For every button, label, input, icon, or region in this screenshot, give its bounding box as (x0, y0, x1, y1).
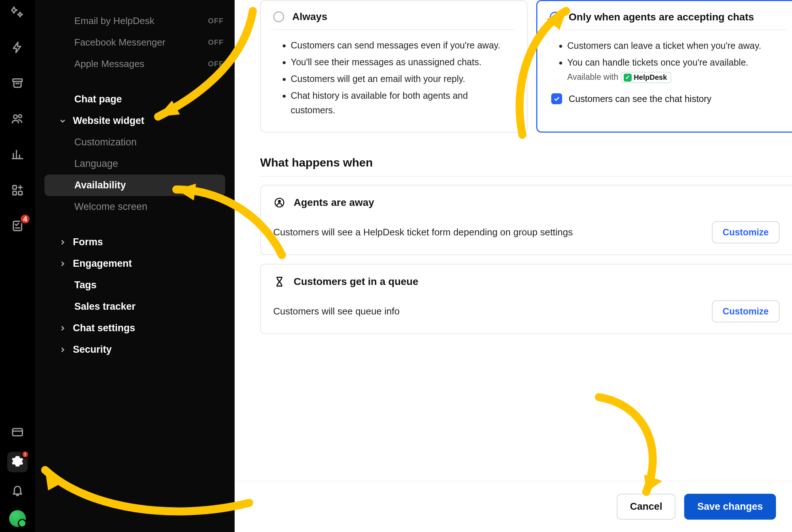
svg-rect-5 (19, 191, 22, 195)
main-content: Always Customers can send messages even … (235, 0, 792, 532)
channel-email-helpdesk[interactable]: Email by HelpDesk OFF (44, 10, 225, 32)
svg-point-9 (278, 200, 281, 203)
customize-button-away[interactable]: Customize (712, 221, 780, 243)
checkbox-checked-icon[interactable] (551, 93, 562, 104)
option-bullets: Customers can send messages even if you'… (273, 30, 514, 117)
radio-only-accepting[interactable] (550, 12, 561, 23)
sidebar-item-sales-tracker[interactable]: Sales tracker (44, 296, 225, 317)
sidebar-item-label: Customization (74, 137, 137, 148)
channel-label: Apple Messages (74, 58, 144, 70)
sidebar-item-availability[interactable]: Availability (44, 175, 225, 196)
scenario-queue: Customers get in a queue Customers will … (260, 264, 792, 334)
sidebar-item-website-widget[interactable]: Website widget (44, 110, 225, 132)
chevron-right-icon (58, 346, 68, 354)
channel-apple-messages[interactable]: Apple Messages OFF (44, 53, 225, 75)
channel-facebook-messenger[interactable]: Facebook Messenger OFF (44, 32, 225, 53)
channel-status: OFF (208, 60, 224, 68)
channel-label: Facebook Messenger (74, 37, 165, 48)
divider (260, 176, 792, 177)
option-card-only-accepting[interactable]: Only when agents are accepting chats Cus… (536, 0, 792, 133)
settings-alert-badge: ! (21, 450, 29, 458)
customize-button-queue[interactable]: Customize (712, 300, 780, 322)
sidebar-item-label: Chat page (74, 94, 122, 105)
bolt-icon (11, 41, 24, 55)
rail-sparkle[interactable] (7, 2, 28, 23)
svg-point-1 (13, 115, 17, 118)
scenario-desc: Customers will see a HelpDesk ticket for… (273, 227, 573, 238)
rail-notifications[interactable] (7, 481, 28, 501)
svg-rect-3 (13, 185, 16, 189)
checklist-badge: 4 (20, 214, 31, 224)
channel-status: OFF (208, 17, 224, 25)
footer-bar: Cancel Save changes (235, 481, 792, 532)
bullet: Customers will get an email with your re… (291, 71, 511, 86)
sidebar-item-label: Forms (73, 236, 103, 248)
channel-status: OFF (208, 38, 224, 47)
agent-away-icon (273, 196, 286, 209)
scenario-title: Agents are away (294, 197, 374, 208)
sidebar-item-label: Tags (74, 279, 97, 291)
scenario-title: Customers get in a queue (294, 276, 418, 287)
rail-settings[interactable]: ! (7, 452, 28, 472)
chat-history-checkbox-row[interactable]: Customers can see the chat history (550, 83, 786, 104)
archive-icon (11, 77, 24, 91)
section-heading: What happens when (260, 156, 792, 169)
rail-apps-add[interactable] (7, 181, 28, 201)
sidebar-item-language[interactable]: Language (44, 153, 225, 175)
option-title: Only when agents are accepting chats (569, 11, 754, 23)
sidebar-item-label: Sales tracker (74, 301, 136, 312)
checkbox-label: Customers can see the chat history (569, 94, 711, 104)
chevron-right-icon (58, 324, 68, 332)
settings-sidebar: Email by HelpDesk OFF Facebook Messenger… (35, 0, 235, 532)
sparkle-icon (11, 5, 24, 19)
rail-people[interactable] (7, 109, 28, 130)
option-bullets: Customers can leave a ticket when you're… (550, 30, 786, 70)
svg-rect-7 (13, 429, 23, 436)
bullet: You'll see their messages as unassigned … (291, 55, 511, 69)
option-title: Always (292, 11, 328, 23)
sidebar-item-customization[interactable]: Customization (44, 132, 225, 153)
sidebar-item-chat-page[interactable]: Chat page (44, 89, 225, 110)
svg-rect-4 (13, 191, 16, 195)
bullet: Customers can send messages even if you'… (291, 38, 511, 52)
scenario-agents-away: Agents are away Customers will see a Hel… (260, 185, 792, 255)
save-changes-button[interactable]: Save changes (684, 494, 776, 520)
card-icon (11, 426, 24, 440)
hourglass-icon (273, 275, 286, 288)
gear-icon (11, 455, 24, 469)
sidebar-item-security[interactable]: Security (44, 339, 225, 360)
sidebar-item-label: Chat settings (73, 322, 135, 334)
sidebar-item-chat-settings[interactable]: Chat settings (44, 317, 225, 339)
svg-point-2 (19, 115, 22, 118)
rail-bolt[interactable] (7, 38, 28, 58)
sidebar-item-label: Security (73, 344, 112, 355)
chevron-right-icon (58, 238, 68, 246)
sidebar-item-label: Welcome screen (74, 201, 148, 212)
sidebar-item-forms[interactable]: Forms (44, 231, 225, 253)
bullet: Customers can leave a ticket when you're… (567, 38, 783, 53)
bell-icon (11, 484, 24, 498)
people-icon (11, 113, 24, 126)
helpdesk-check-icon: ✓ (624, 74, 632, 82)
channel-label: Email by HelpDesk (74, 15, 154, 27)
bullet: You can handle tickets once you're avail… (567, 55, 783, 70)
apps-add-icon (11, 184, 24, 198)
helpdesk-badge[interactable]: ✓ HelpDesk (621, 72, 671, 83)
rail-chart[interactable] (7, 145, 28, 165)
sidebar-item-tags[interactable]: Tags (44, 274, 225, 296)
chevron-down-icon (58, 117, 68, 125)
rail-checklist[interactable]: 4 (7, 216, 28, 237)
sidebar-item-welcome-screen[interactable]: Welcome screen (44, 196, 225, 218)
radio-always[interactable] (273, 11, 284, 22)
cancel-button[interactable]: Cancel (617, 494, 675, 520)
available-with-line: Available with ✓ HelpDesk (550, 72, 786, 83)
option-card-always[interactable]: Always Customers can send messages even … (260, 0, 528, 133)
avatar[interactable] (9, 510, 26, 527)
rail-billing[interactable] (7, 423, 28, 443)
rail-archive[interactable] (7, 74, 28, 94)
sidebar-item-label: Language (74, 158, 118, 169)
icon-rail: 4 ! (0, 0, 35, 532)
sidebar-item-engagement[interactable]: Engagement (44, 253, 225, 274)
chevron-right-icon (58, 260, 68, 268)
scenario-desc: Customers will see queue info (273, 306, 400, 317)
